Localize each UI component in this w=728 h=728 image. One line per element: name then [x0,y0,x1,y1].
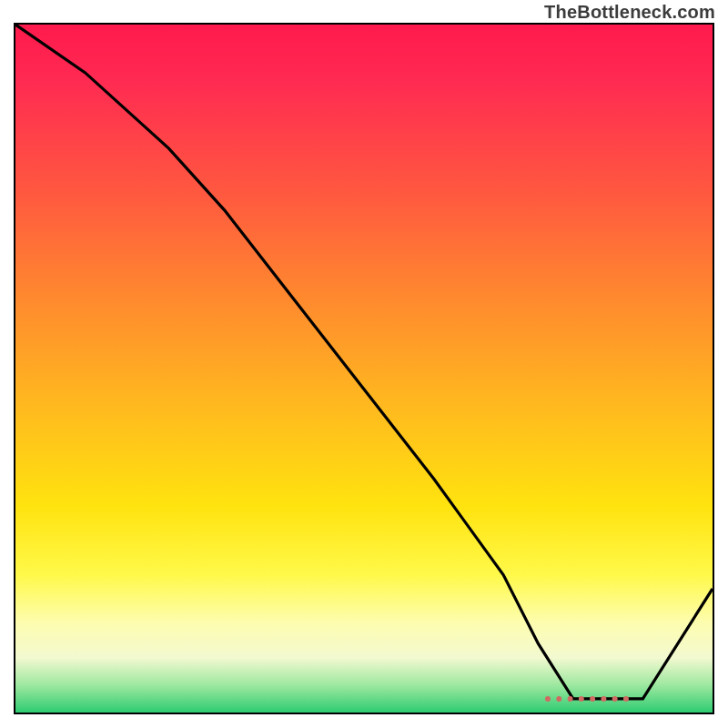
watermark-text: TheBottleneck.com [544,2,715,23]
highlight-segment [545,696,629,702]
black-curve-path [15,25,713,699]
chart-container: TheBottleneck.com [0,0,728,728]
plot-area [14,23,714,714]
line-series [15,25,713,713]
